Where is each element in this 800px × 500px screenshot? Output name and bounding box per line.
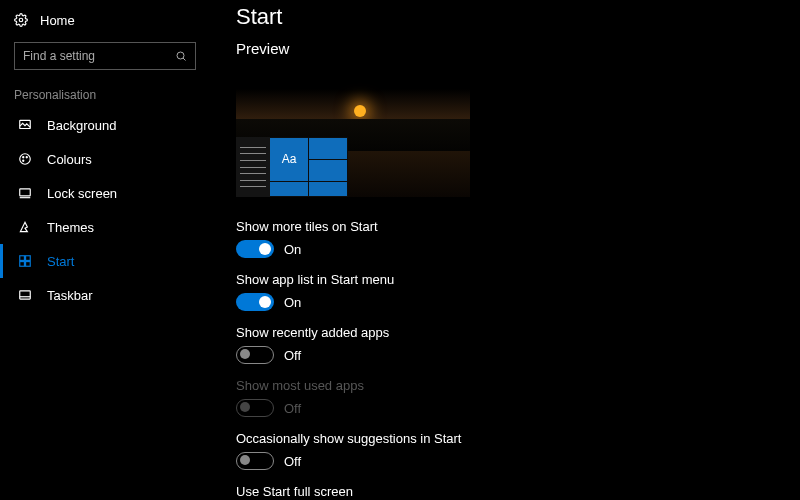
palette-icon: [17, 152, 33, 166]
toggle-show-app-list[interactable]: [236, 293, 274, 311]
sidebar: Home Find a setting Personalisation Back…: [0, 0, 210, 500]
setting-show-more-tiles: Show more tiles on Start On: [236, 219, 800, 258]
svg-point-0: [19, 18, 23, 22]
sidebar-item-themes[interactable]: Themes: [0, 210, 210, 244]
preview-start-overlay: Aa: [236, 137, 348, 197]
search-icon: [175, 50, 187, 62]
gear-icon: [14, 13, 28, 27]
preview-label: Preview: [236, 40, 800, 57]
sidebar-item-label: Colours: [47, 152, 92, 167]
toggle-suggestions[interactable]: [236, 452, 274, 470]
search-wrap: Find a setting: [14, 42, 196, 70]
picture-icon: [17, 118, 33, 132]
svg-point-6: [26, 157, 27, 158]
sidebar-item-lock-screen[interactable]: Lock screen: [0, 176, 210, 210]
toggle-recently-added[interactable]: [236, 346, 274, 364]
lock-screen-icon: [17, 186, 33, 200]
section-title: Personalisation: [0, 84, 210, 108]
home-label: Home: [40, 13, 75, 28]
sidebar-item-taskbar[interactable]: Taskbar: [0, 278, 210, 312]
search-input[interactable]: Find a setting: [14, 42, 196, 70]
toggle-state: On: [284, 295, 301, 310]
setting-label: Show most used apps: [236, 378, 800, 393]
setting-recently-added: Show recently added apps Off: [236, 325, 800, 364]
sidebar-item-label: Lock screen: [47, 186, 117, 201]
toggle-show-more-tiles[interactable]: [236, 240, 274, 258]
setting-most-used: Show most used apps Off: [236, 378, 800, 417]
toggle-state: Off: [284, 348, 301, 363]
toggle-state: Off: [284, 454, 301, 469]
svg-rect-13: [26, 262, 31, 267]
svg-point-1: [177, 52, 184, 59]
setting-label: Occasionally show suggestions in Start: [236, 431, 800, 446]
sidebar-item-background[interactable]: Background: [0, 108, 210, 142]
setting-label: Show more tiles on Start: [236, 219, 800, 234]
taskbar-icon: [17, 288, 33, 302]
main-panel: Start Preview Aa Show more tiles on Star…: [210, 0, 800, 500]
themes-icon: [17, 220, 33, 234]
svg-rect-8: [20, 189, 31, 196]
svg-rect-14: [20, 291, 31, 299]
setting-full-screen: Use Start full screen On: [236, 484, 800, 500]
preview-thumbnail: Aa: [236, 65, 470, 197]
sidebar-item-label: Background: [47, 118, 116, 133]
setting-label: Show app list in Start menu: [236, 272, 800, 287]
svg-point-4: [20, 154, 31, 165]
sidebar-item-label: Start: [47, 254, 74, 269]
sidebar-item-start[interactable]: Start: [0, 244, 210, 278]
svg-rect-11: [26, 256, 31, 261]
setting-show-app-list: Show app list in Start menu On: [236, 272, 800, 311]
toggle-state: Off: [284, 401, 301, 416]
toggle-most-used: [236, 399, 274, 417]
setting-suggestions: Occasionally show suggestions in Start O…: [236, 431, 800, 470]
svg-point-7: [23, 160, 24, 161]
svg-point-5: [23, 157, 24, 158]
sidebar-item-label: Themes: [47, 220, 94, 235]
sidebar-item-colours[interactable]: Colours: [0, 142, 210, 176]
start-icon: [17, 254, 33, 268]
page-title: Start: [236, 4, 800, 30]
home-button[interactable]: Home: [0, 6, 210, 34]
svg-rect-10: [20, 256, 25, 261]
setting-label: Show recently added apps: [236, 325, 800, 340]
svg-rect-12: [20, 262, 25, 267]
search-placeholder: Find a setting: [23, 49, 95, 63]
svg-line-2: [183, 58, 186, 61]
setting-label: Use Start full screen: [236, 484, 800, 499]
toggle-state: On: [284, 242, 301, 257]
sidebar-item-label: Taskbar: [47, 288, 93, 303]
preview-tile-aa: Aa: [270, 138, 308, 181]
